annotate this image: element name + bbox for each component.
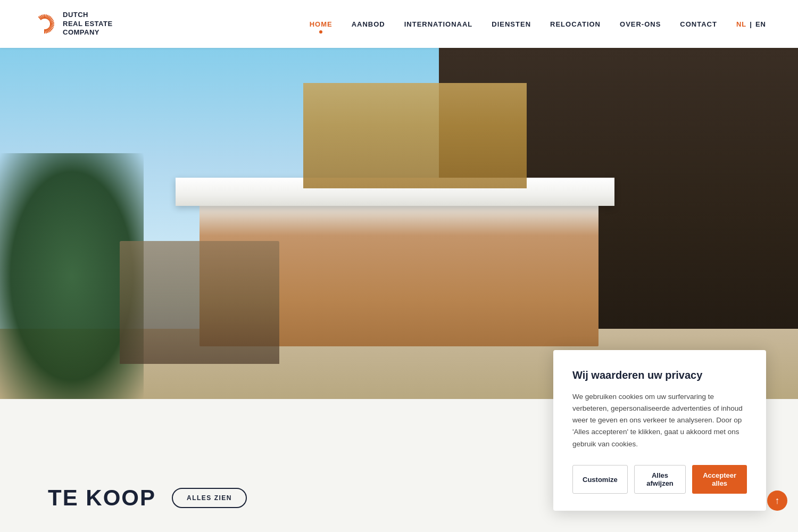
te-koop-title: TE KOOP: [48, 485, 156, 511]
svg-line-5: [46, 14, 46, 19]
customize-button[interactable]: Customize: [572, 465, 628, 494]
lang-separator: |: [750, 20, 752, 28]
nav-relocation[interactable]: RELOCATION: [550, 20, 601, 28]
cookie-text: We gebruiken cookies om uw surfervaring …: [572, 391, 747, 450]
logo[interactable]: Dutch Real Estate Company: [32, 11, 113, 38]
svg-line-21: [46, 29, 46, 34]
logo-text: Dutch Real Estate Company: [63, 11, 113, 38]
svg-line-3: [43, 14, 44, 19]
te-koop-section: TE KOOP ALLES ZIEN: [48, 485, 247, 511]
scroll-up-button[interactable]: ↑: [767, 491, 787, 511]
cookie-title: Wij waarderen uw privacy: [572, 369, 747, 381]
main-nav: HOME AANBOD INTERNATIONAAL DIENSTEN RELO…: [310, 20, 766, 28]
nav-internationaal[interactable]: INTERNATIONAAL: [404, 20, 473, 28]
nav-contact[interactable]: CONTACT: [680, 20, 717, 28]
lang-nl[interactable]: NL: [736, 20, 746, 28]
alles-afwijzen-button[interactable]: Alles afwijzen: [634, 465, 686, 494]
accepteer-alles-button[interactable]: Accepteer alles: [692, 465, 747, 494]
nav-aanbod[interactable]: AANBOD: [352, 20, 385, 28]
logo-icon: [32, 11, 57, 37]
nav-over-ons[interactable]: OVER-ONS: [620, 20, 661, 28]
svg-line-12: [50, 22, 54, 23]
hero-background: [0, 48, 798, 399]
svg-line-14: [50, 25, 54, 26]
nav-home[interactable]: HOME: [310, 20, 332, 28]
language-switcher: NL | EN: [736, 20, 766, 28]
alles-zien-button[interactable]: ALLES ZIEN: [172, 488, 247, 508]
hero-section: [0, 48, 798, 399]
lang-en[interactable]: EN: [755, 20, 766, 28]
cookie-banner: Wij waarderen uw privacy We gebruiken co…: [553, 350, 766, 511]
cookie-buttons: Customize Alles afwijzen Accepteer alles: [572, 465, 747, 494]
nav-diensten[interactable]: DIENSTEN: [492, 20, 531, 28]
header: Dutch Real Estate Company HOME AANBOD IN…: [0, 0, 798, 48]
